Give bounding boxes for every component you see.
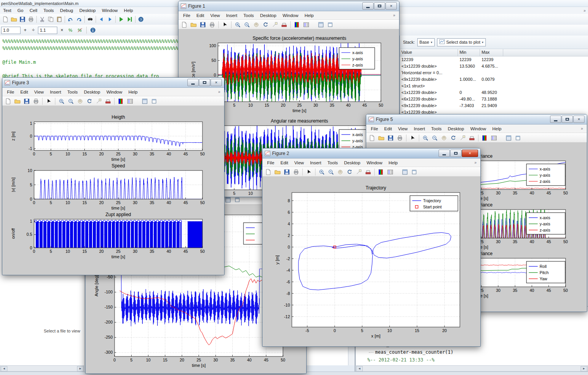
print-icon[interactable] [208,20,216,29]
eval-value-field[interactable]: 1.0 [1,27,21,34]
colorbar-icon[interactable] [377,168,385,176]
menu-item-help[interactable]: Help [489,126,505,132]
dock-small-icon[interactable] [410,168,418,176]
info-icon[interactable] [89,26,97,34]
menu-item-tools[interactable]: Tools [64,89,81,95]
open-folder-icon[interactable] [273,168,282,176]
menu-item-help[interactable]: Help [121,7,136,14]
menu-overflow-icon[interactable]: » [393,13,395,17]
comment-icon[interactable]: % [67,26,75,34]
zoom-out-icon[interactable] [430,134,439,142]
plot-selector[interactable]: Select data to plot ▾ [437,38,486,46]
menu-item-desktop[interactable]: Desktop [445,126,467,132]
menu-item-text[interactable]: Text [0,7,14,14]
divide-button[interactable]: ÷ [30,27,37,34]
print-icon[interactable] [292,168,300,176]
new-doc-icon[interactable] [180,20,189,29]
run-all-icon[interactable] [125,15,134,24]
menu-item-insert[interactable]: Insert [223,12,240,19]
zoom-out-icon[interactable] [327,168,335,176]
menu-item-insert[interactable]: Insert [411,126,428,132]
cursor-icon[interactable] [45,97,53,106]
minimize-button[interactable] [550,116,561,123]
cursor-icon[interactable] [305,168,313,176]
menu-item-window[interactable]: Window [279,12,302,19]
window-titlebar[interactable]: Figure 3 × [2,78,224,88]
help-icon[interactable]: ? [137,15,145,24]
find-icon[interactable] [86,15,94,24]
legend-insert-icon[interactable] [386,168,394,176]
menu-item-view[interactable]: View [291,160,307,166]
menu-item-insert[interactable]: Insert [47,89,64,95]
open-folder-icon[interactable] [189,20,198,29]
menu-item-window[interactable]: Window [363,160,386,166]
dock-figure-icon[interactable] [141,97,149,106]
close-button[interactable]: × [211,79,222,86]
new-doc-icon[interactable] [4,97,12,106]
colorbar-icon[interactable] [480,134,489,142]
pan-icon[interactable] [76,97,84,106]
menu-item-tools[interactable]: Tools [40,7,57,14]
workspace-row[interactable]: 'Horizontal error = 0... [400,70,588,76]
menu-overflow-icon[interactable]: » [581,126,583,131]
brush-icon[interactable] [364,168,372,176]
pan-icon[interactable] [252,20,261,29]
maximize-button[interactable] [450,150,461,157]
save-icon[interactable] [283,168,291,176]
rotate-icon[interactable] [449,134,458,142]
menu-item-tools[interactable]: Tools [428,126,445,132]
menu-item-help[interactable]: Help [125,89,141,95]
menu-item-view[interactable]: View [207,12,223,19]
forward-icon[interactable] [106,15,114,24]
dock-figure-icon[interactable] [504,134,513,142]
workspace-row[interactable]: 122391223912239 [400,56,588,63]
undo-icon[interactable] [66,15,75,24]
data-cursor-icon[interactable] [355,168,363,176]
new-doc-icon[interactable] [368,134,376,142]
print-icon[interactable] [32,97,40,106]
scroll-right-arrow[interactable]: ► [77,366,84,372]
zoom-in-icon[interactable] [57,97,66,106]
workspace-column-headers[interactable]: ValueMinMax [400,49,588,56]
data-cursor-icon[interactable] [94,97,103,106]
eval-value-field-2[interactable]: 1.1 [38,27,57,34]
zoom-in-icon[interactable] [421,134,430,142]
run-icon[interactable] [117,15,125,24]
workspace-row[interactable]: <1x12239 double>13.53604.6875... [400,63,588,70]
data-cursor-icon[interactable] [271,20,279,29]
close-button[interactable]: × [386,2,397,10]
stack-select[interactable]: Base▾ [417,38,435,46]
data-cursor-icon[interactable] [458,134,467,142]
maximize-button[interactable] [374,2,385,10]
brush-icon[interactable] [104,97,112,106]
cursor-icon[interactable] [221,20,229,29]
menu-item-desktop[interactable]: Desktop [81,89,103,95]
copy-icon[interactable] [46,15,55,24]
menu-item-file[interactable]: File [4,89,17,95]
workspace-row[interactable]: <9x12239 double>1.0000...0.0079 [400,76,588,83]
times-button[interactable]: × [58,27,65,34]
window-titlebar[interactable]: Figure 1 × [178,1,399,11]
workspace-row[interactable]: <6x12239 double>-49.80...73.1888 [400,96,588,102]
workspace-row[interactable]: <9x12239 double>-7.340321.9409 [400,102,588,109]
menu-item-edit[interactable]: Edit [17,89,31,95]
plus-button[interactable]: + [22,27,29,34]
menu-item-cell[interactable]: Cell [26,7,40,14]
dock-figure-icon[interactable] [401,168,409,176]
zoom-in-icon[interactable] [233,20,242,29]
save-icon[interactable] [199,20,207,29]
colorbar-icon[interactable] [117,97,125,106]
save-icon[interactable] [18,15,27,24]
legend-insert-icon[interactable] [490,134,498,142]
menu-item-edit[interactable]: Edit [381,126,395,132]
menu-item-insert[interactable]: Insert [307,160,324,166]
open-folder-icon[interactable] [377,134,386,142]
legend-insert-icon[interactable] [126,97,134,106]
menu-item-view[interactable]: View [31,89,47,95]
menu-item-view[interactable]: View [395,126,411,132]
zoom-in-icon[interactable] [317,168,326,176]
scroll-left-arrow[interactable]: ◄ [1,366,7,372]
maximize-button[interactable] [199,79,210,86]
new-doc-icon[interactable] [1,15,10,24]
brush-icon[interactable] [468,134,476,142]
